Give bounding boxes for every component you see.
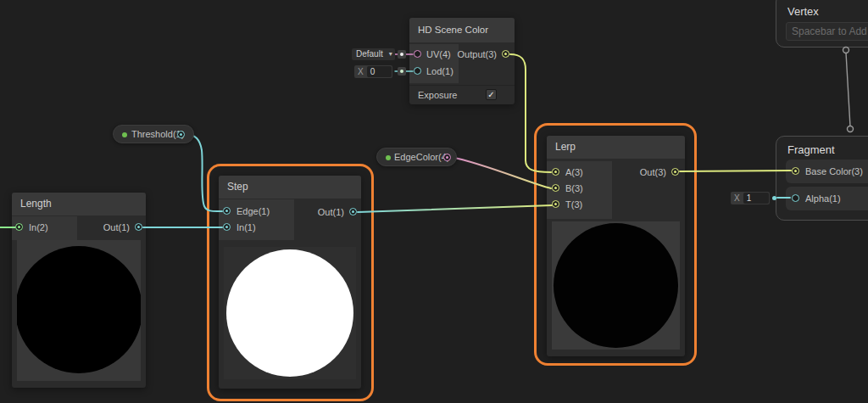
fragment-alpha-port[interactable]	[792, 194, 799, 202]
threshold-label: Threshold(1)	[131, 129, 184, 140]
lerp-a-label: A(3)	[565, 167, 583, 178]
hd-lod-value[interactable]: 0	[367, 66, 392, 77]
fragment-alpha-stub-dot	[772, 196, 776, 200]
hd-uv-default-value: Default	[356, 49, 383, 59]
step-in-port[interactable]	[223, 223, 231, 231]
lerp-a-port[interactable]	[552, 168, 559, 176]
step-edge-port[interactable]	[223, 207, 231, 215]
node-lerp[interactable]: Lerp A(3) B(3) T(3) Out(3)	[547, 136, 685, 356]
edgecolor-exposed-dot	[386, 155, 391, 160]
node-length-title: Length	[12, 193, 146, 215]
edgecolor-property-pill[interactable]: EdgeColor(4)	[376, 148, 457, 166]
node-hd-scene-color-title: HD Scene Color	[409, 18, 515, 42]
node-length[interactable]: Length In(2) Out(1)	[12, 193, 146, 388]
threshold-property-pill[interactable]: Threshold(1)	[113, 125, 194, 143]
hd-lod-stub-connector	[398, 67, 406, 76]
lerp-b-port[interactable]	[552, 184, 559, 192]
edgecolor-out-port[interactable]	[443, 154, 451, 161]
lerp-t-port[interactable]	[552, 200, 559, 208]
length-in-port[interactable]	[15, 223, 23, 231]
lerp-b-label: B(3)	[565, 183, 583, 194]
hd-lod-label: Lod(1)	[426, 66, 453, 77]
lerp-out-label: Out(3)	[640, 167, 666, 178]
step-in-label: In(1)	[236, 222, 256, 233]
hd-exposure-checkbox[interactable]	[486, 89, 497, 100]
node-step[interactable]: Step Edge(1) In(1) Out(1)	[219, 176, 361, 389]
length-out-label: Out(1)	[103, 222, 130, 233]
fragment-alpha-value-field[interactable]: X 1	[731, 192, 770, 204]
wire-lerp-out-to-basecolor[interactable]	[680, 171, 791, 171]
hd-uv-stub-connector	[398, 50, 406, 59]
vertex-add-block-input[interactable]	[786, 22, 868, 41]
fragment-basecolor-label: Base Color(3)	[805, 166, 863, 177]
lerp-preview	[552, 221, 680, 350]
shader-graph-canvas[interactable]: Length In(2) Out(1) Step Edge(1) In(1) O…	[0, 0, 868, 403]
fragment-alpha-value[interactable]: 1	[743, 193, 769, 204]
threshold-out-port[interactable]	[177, 131, 185, 138]
fragment-basecolor-port[interactable]	[792, 167, 799, 175]
step-out-label: Out(1)	[318, 207, 344, 218]
length-in-label: In(2)	[29, 222, 48, 233]
lerp-preview-circle	[554, 223, 678, 348]
wire-step-out-to-lerp-t[interactable]	[358, 205, 552, 212]
edgecolor-label: EdgeColor(4)	[394, 152, 449, 163]
fragment-title: Fragment	[787, 143, 835, 156]
hd-uv-port[interactable]	[414, 50, 421, 58]
vertex-stack-block[interactable]: Vertex	[776, 0, 868, 48]
step-preview-circle	[226, 249, 353, 377]
node-hd-scene-color[interactable]: HD Scene Color UV(4) Lod(1) Output(3) Ex…	[409, 18, 515, 104]
fragment-alpha-label: Alpha(1)	[805, 193, 841, 204]
lerp-t-label: T(3)	[565, 199, 582, 210]
fragment-alpha-x-label: X	[731, 193, 743, 203]
hd-uv-label: UV(4)	[426, 49, 451, 60]
fragment-stack-block[interactable]: Fragment Base Color(3) Alpha(1)	[776, 136, 868, 221]
hd-lod-x-label: X	[354, 67, 367, 76]
hd-exposure-row: Exposure	[409, 85, 515, 104]
vertex-title: Vertex	[787, 5, 819, 18]
hd-output-label: Output(3)	[458, 49, 497, 60]
node-step-title: Step	[219, 176, 361, 199]
hd-lod-value-field[interactable]: X 0	[354, 65, 392, 78]
step-out-port[interactable]	[349, 208, 357, 215]
step-preview	[224, 247, 356, 379]
length-preview	[17, 240, 141, 381]
vertex-fragment-link-line	[846, 53, 850, 126]
hd-exposure-label: Exposure	[418, 90, 457, 101]
hd-uv-default-dropdown[interactable]: Default	[352, 48, 395, 60]
hd-output-port[interactable]	[502, 50, 509, 58]
hd-lod-port[interactable]	[414, 67, 421, 75]
threshold-exposed-dot	[122, 132, 127, 137]
length-preview-circle	[17, 246, 141, 373]
node-lerp-title: Lerp	[547, 136, 685, 159]
step-edge-label: Edge(1)	[236, 206, 270, 217]
length-out-port[interactable]	[135, 223, 142, 231]
lerp-out-port[interactable]	[671, 168, 679, 176]
